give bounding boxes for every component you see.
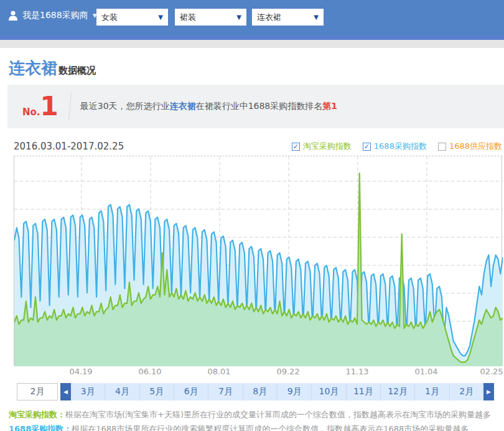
rank-text-middle: 在裙装行业中1688采购指数排名 (196, 101, 323, 111)
legend-item-1688-purchase-index[interactable]: ✓ 1688采购指数 (363, 141, 427, 152)
dropdown-value: 连衣裙 (252, 12, 309, 23)
month-tab[interactable]: 5月 (139, 383, 174, 400)
dropdown-value: 女装 (96, 12, 153, 23)
month-tab[interactable]: 11月 (346, 383, 380, 400)
user-icon (9, 11, 17, 21)
page: 我是1688采购商 ▼ 女装 ▼ 裙装 ▼ 连衣裙 ▼ 连衣裙 数据概况 No.… (0, 0, 504, 431)
month-tab[interactable]: 8月 (243, 383, 277, 400)
month-tabs: 3月 4月 5月 6月 7月 8月 9月 10月 11月 12月 1月 2月 (71, 383, 483, 400)
x-axis-label: 08.01 (207, 367, 230, 376)
month-nav: 2月 ◀ 3月 4月 5月 6月 7月 8月 9月 10月 11月 12月 1月… (17, 383, 494, 400)
rank-highlight: 第1 (322, 101, 337, 111)
gray-divider-strip (0, 40, 504, 48)
month-tab[interactable]: 3月 (71, 383, 105, 400)
x-axis-label: 01.04 (414, 367, 437, 376)
rank-number: 1 (40, 93, 58, 120)
note-label: 1688采购指数： (9, 424, 72, 431)
caret-down-icon: ▼ (153, 14, 168, 21)
note-row-taobao: 淘宝采购指数：根据在淘宝市场(淘宝集市+天猫)里所在行业的成交量计算而成的一个综… (9, 408, 504, 422)
category-dropdown-level1[interactable]: 女装 ▼ (96, 9, 168, 26)
title-suffix: 数据概况 (58, 65, 96, 77)
chart-svg (14, 156, 503, 366)
current-month-box[interactable]: 2月 (17, 383, 58, 400)
page-title: 连衣裙 数据概况 (9, 57, 504, 79)
month-tab[interactable]: 10月 (311, 383, 345, 400)
chart-legend: ✓ 淘宝采购指数 ✓ 1688采购指数 1688供应指数 (281, 141, 502, 152)
x-axis-label: 02.25 (480, 367, 503, 376)
month-tab[interactable]: 12月 (380, 383, 414, 400)
rank-number-block: No. 1 (22, 93, 58, 120)
index-notes: 淘宝采购指数：根据在淘宝市场(淘宝集市+天猫)里所在行业的成交量计算而成的一个综… (9, 408, 504, 431)
rank-no-label: No. (22, 107, 40, 118)
rank-banner: No. 1 最近30天，您所选行业连衣裙在裙装行业中1688采购指数排名第1 (7, 85, 504, 128)
rank-text-prefix: 最近30天，您所选行业 (80, 101, 170, 111)
month-tab[interactable]: 4月 (105, 383, 139, 400)
month-tab[interactable]: 1月 (414, 383, 449, 400)
chart-date-range: 2016.03.01-2017.02.25 (14, 141, 124, 152)
checkbox-unchecked-icon[interactable] (438, 143, 446, 151)
note-desc: 根据在1688市场里所在行业的搜索频繁程度计算而成的一个综合数值，指数越高表示在… (72, 424, 469, 431)
note-row-1688: 1688采购指数：根据在1688市场里所在行业的搜索频繁程度计算而成的一个综合数… (9, 422, 504, 431)
dropdown-value: 裙装 (175, 12, 231, 23)
topbar-accent-strip (0, 36, 504, 40)
chevron-left-icon: ◀ (63, 389, 68, 395)
x-axis-label: 06.10 (138, 367, 161, 376)
caret-down-icon: ▼ (231, 14, 246, 21)
x-axis-labels: 04.1906.1008.0109.2211.1301.0402.25 (14, 366, 502, 378)
legend-label: 1688采购指数 (374, 141, 427, 152)
legend-item-taobao-index[interactable]: ✓ 淘宝采购指数 (292, 141, 352, 152)
category-dropdown-level2[interactable]: 裙装 ▼ (175, 9, 246, 26)
note-label: 淘宝采购指数： (9, 410, 65, 419)
month-tab[interactable]: 2月 (449, 383, 483, 400)
x-axis-label: 11.13 (345, 367, 368, 376)
topbar: 我是1688采购商 ▼ 女装 ▼ 裙装 ▼ 连衣裙 ▼ (0, 0, 504, 36)
rank-text: 最近30天，您所选行业连衣裙在裙装行业中1688采购指数排名第1 (80, 101, 337, 112)
month-tab[interactable]: 9月 (277, 383, 311, 400)
title-keyword: 连衣裙 (9, 57, 57, 79)
month-tab[interactable]: 7月 (208, 383, 242, 400)
note-desc: 根据在淘宝市场(淘宝集市+天猫)里所在行业的成交量计算而成的一个综合数值，指数越… (65, 410, 491, 419)
banner-divider (68, 93, 72, 120)
month-tab[interactable]: 6月 (174, 383, 208, 400)
user-menu[interactable]: 我是1688采购商 ▼ (9, 10, 97, 21)
chart-area[interactable] (14, 156, 502, 366)
rank-keyword: 连衣裙 (170, 101, 196, 111)
x-axis-label: 09.22 (276, 367, 299, 376)
checkbox-checked-icon[interactable]: ✓ (363, 143, 371, 151)
checkbox-checked-icon[interactable]: ✓ (292, 143, 300, 151)
chart-header: 2016.03.01-2017.02.25 ✓ 淘宝采购指数 ✓ 1688采购指… (14, 141, 502, 152)
user-menu-label: 我是1688采购商 (22, 10, 88, 21)
chevron-right-icon: ▶ (487, 389, 491, 395)
prev-month-button[interactable]: ◀ (60, 383, 71, 400)
legend-item-1688-supply-index[interactable]: 1688供应指数 (438, 141, 502, 152)
next-month-button[interactable]: ▶ (483, 383, 494, 400)
legend-label: 淘宝采购指数 (303, 141, 352, 152)
legend-label: 1688供应指数 (449, 141, 502, 152)
caret-down-icon: ▼ (309, 14, 324, 21)
x-axis-label: 04.19 (69, 367, 92, 376)
category-dropdown-level3[interactable]: 连衣裙 ▼ (252, 9, 324, 26)
